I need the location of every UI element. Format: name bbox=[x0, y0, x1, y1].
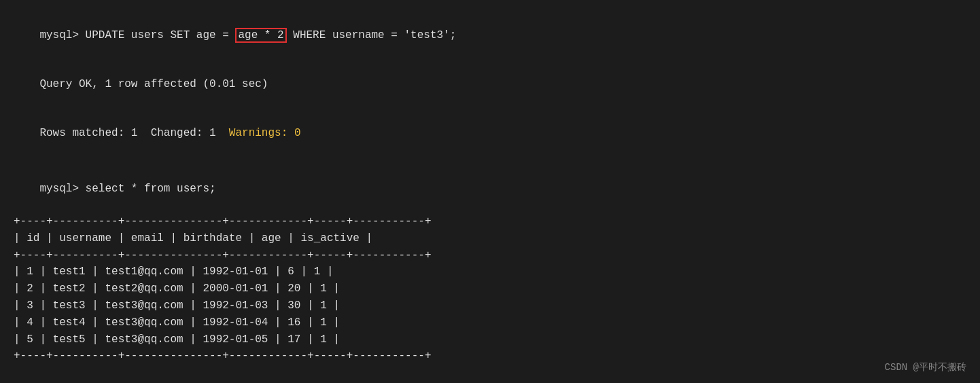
spacer-1 bbox=[14, 158, 966, 164]
table-divider-top: +----+----------+---------------+-------… bbox=[14, 213, 966, 230]
watermark: CSDN @平时不搬砖 bbox=[885, 361, 966, 373]
table-row-5: | 5 | test5 | test3@qq.com | 1992-01-05 … bbox=[14, 331, 966, 348]
terminal-window: mysql> UPDATE users SET age = age * 2 WH… bbox=[0, 0, 980, 383]
table-header-row: | id | username | email | birthdate | ag… bbox=[14, 230, 966, 247]
update-command-line: mysql> UPDATE users SET age = age * 2 WH… bbox=[14, 11, 966, 60]
prompt-text: mysql> UPDATE users SET age = bbox=[39, 29, 235, 41]
table-row-4: | 4 | test4 | test3@qq.com | 1992-01-04 … bbox=[14, 314, 966, 331]
table-row-3: | 3 | test3 | test3@qq.com | 1992-01-03 … bbox=[14, 297, 966, 314]
rows-matched-line: Rows matched: 1 Changed: 1 Warnings: 0 bbox=[14, 109, 966, 158]
warnings-text: Warnings: 0 bbox=[229, 127, 301, 139]
table-row-1: | 1 | test1 | test1@qq.com | 1992-01-01 … bbox=[14, 263, 966, 280]
table-row-2: | 2 | test2 | test2@qq.com | 2000-01-01 … bbox=[14, 280, 966, 297]
highlighted-expression: age * 2 bbox=[235, 28, 286, 43]
table-divider-bot: +----+----------+---------------+-------… bbox=[14, 348, 966, 365]
command-suffix: WHERE username = 'test3'; bbox=[287, 29, 457, 41]
table-divider-mid: +----+----------+---------------+-------… bbox=[14, 247, 966, 264]
rows-in-set-line: 5 rows in set (0.00 sec) bbox=[14, 365, 966, 383]
query-ok-line: Query OK, 1 row affected (0.01 sec) bbox=[14, 60, 966, 109]
select-command-line: mysql> select * from users; bbox=[14, 164, 966, 213]
rows-matched-text: Rows matched: 1 Changed: 1 bbox=[39, 127, 228, 139]
